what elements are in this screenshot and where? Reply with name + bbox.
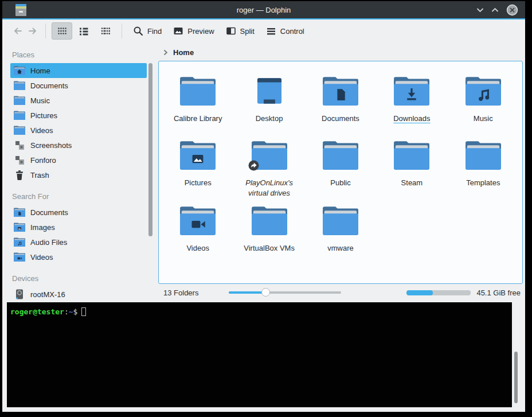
back-button[interactable] xyxy=(10,24,25,38)
folder-item-steam[interactable]: Steam xyxy=(376,132,447,198)
sidebar-item-rootmx-16[interactable]: rootMX-16 xyxy=(10,287,147,302)
folder-icon xyxy=(180,141,216,170)
free-space-label: 45.1 GiB free xyxy=(476,289,521,297)
folder-video-icon xyxy=(13,251,25,263)
terminal[interactable]: roger@tester:~$ xyxy=(7,302,512,407)
sidebar-item-label: Trash xyxy=(30,171,49,180)
sidebar-item-documents[interactable]: Documents xyxy=(10,205,147,220)
close-icon[interactable] xyxy=(506,4,518,16)
free-space-capacity-bar xyxy=(406,290,471,295)
sidebar-item-audio-files[interactable]: Audio Files xyxy=(10,235,147,250)
zoom-slider-handle[interactable] xyxy=(261,288,270,297)
titlebar: roger — Dolphin xyxy=(2,1,525,18)
sidebar-item-label: Fonforo xyxy=(30,156,56,165)
terminal-scrollbar-handle[interactable] xyxy=(514,352,518,403)
folder-icon xyxy=(466,76,501,106)
folder-label: Calibre Library xyxy=(174,114,222,124)
desktop-icon xyxy=(252,76,287,106)
split-button[interactable]: Split xyxy=(221,22,260,40)
split-icon xyxy=(226,26,236,36)
folder-item-calibre-library[interactable]: Calibre Library xyxy=(162,68,233,132)
minimize-icon[interactable] xyxy=(476,7,484,13)
folder-item-desktop[interactable]: Desktop xyxy=(233,68,304,132)
folder-item-documents[interactable]: Documents xyxy=(305,68,376,132)
folder-icon xyxy=(323,206,358,235)
folder-icon xyxy=(252,206,287,235)
sidebar-item-screenshots[interactable]: Screenshots xyxy=(10,138,147,153)
trash-icon xyxy=(13,169,25,181)
folder-item-templates[interactable]: Templates xyxy=(448,132,519,198)
terminal-scrollbar-track[interactable] xyxy=(512,302,521,407)
preview-label: Preview xyxy=(187,27,214,36)
folder-icon xyxy=(13,124,25,136)
window-title: roger — Dolphin xyxy=(2,6,525,14)
hamburger-menu-icon xyxy=(266,26,276,36)
toolbar-separator xyxy=(45,24,46,38)
sidebar-item-fonforo[interactable]: Fonforo xyxy=(10,153,147,167)
window-controls xyxy=(476,1,518,18)
folder-icon xyxy=(394,141,429,170)
folder-item-music[interactable]: Music xyxy=(448,68,519,132)
sidebar-item-label: Home xyxy=(30,67,50,75)
terminal-path: ~ xyxy=(69,307,73,316)
details-view-icon xyxy=(79,26,89,36)
find-button[interactable]: Find xyxy=(128,22,167,40)
sidebar-item-label: Videos xyxy=(30,253,53,262)
terminal-cursor xyxy=(81,307,86,316)
folder-item-downloads[interactable]: Downloads xyxy=(376,68,447,132)
zoom-slider[interactable] xyxy=(229,288,341,297)
preview-button[interactable]: Preview xyxy=(168,22,219,40)
folder-item-playonlinux-s-virtual-drives[interactable]: PlayOnLinux's virtual drives xyxy=(233,132,304,198)
folder-document-icon xyxy=(13,206,25,218)
sidebar-scrollbar[interactable] xyxy=(148,63,152,236)
sidebar-item-music[interactable]: Music xyxy=(10,93,147,108)
folder-label: Downloads xyxy=(393,114,430,124)
sidebar-item-label: Screenshots xyxy=(30,141,72,150)
chevron-right-icon[interactable] xyxy=(163,49,168,56)
details-view-button[interactable] xyxy=(73,22,94,40)
preview-icon xyxy=(173,26,183,36)
sidebar-item-home[interactable]: Home xyxy=(10,63,147,78)
folder-label: Templates xyxy=(466,178,500,188)
compact-view-icon xyxy=(100,26,111,36)
folder-item-pictures[interactable]: Pictures xyxy=(162,132,233,198)
sidebar-item-images[interactable]: Images xyxy=(10,220,147,235)
folder-item-videos[interactable]: Videos xyxy=(162,198,233,262)
terminal-user-host: roger@tester xyxy=(10,307,64,316)
zoom-slider-fill xyxy=(229,291,266,294)
symlink-emblem-icon xyxy=(248,160,259,171)
terminal-separator: : xyxy=(64,307,69,316)
folder-item-public[interactable]: Public xyxy=(305,132,376,198)
section-title-devices: Devices xyxy=(12,274,154,283)
folder-label: VirtualBox VMs xyxy=(244,243,295,254)
forward-button[interactable] xyxy=(25,24,40,38)
compact-view-button[interactable] xyxy=(95,22,116,40)
icons-view-button[interactable] xyxy=(52,22,72,40)
dolphin-window: roger — Dolphin xyxy=(2,1,525,412)
folder-label: vmware xyxy=(327,243,354,254)
folder-view[interactable]: Calibre Library Desktop Documents Downlo… xyxy=(158,61,523,284)
sidebar-item-videos[interactable]: Videos xyxy=(10,123,147,138)
terminal-prompt-symbol: $ xyxy=(73,307,78,316)
folder-item-virtualbox-vms[interactable]: VirtualBox VMs xyxy=(233,198,304,262)
sidebar-item-videos[interactable]: Videos xyxy=(10,250,147,264)
folder-icon xyxy=(252,141,287,170)
folder-item-vmware[interactable]: vmware xyxy=(305,198,376,262)
terminal-panel: roger@tester:~$ xyxy=(2,300,525,412)
folder-icon xyxy=(13,110,25,121)
breadcrumb-location[interactable]: Home xyxy=(173,48,194,57)
folders-count: 13 Folders xyxy=(163,289,229,297)
folder-icon xyxy=(13,95,25,106)
icons-view-icon xyxy=(57,26,67,36)
folder-label: Desktop xyxy=(256,114,283,124)
sidebar-item-documents[interactable]: Documents xyxy=(10,78,147,93)
folder-icon xyxy=(323,141,358,170)
control-button[interactable]: Control xyxy=(261,22,310,40)
folder-music-icon xyxy=(13,236,25,248)
sidebar-item-label: Images xyxy=(30,223,55,232)
statusbar: 13 Folders 45.1 GiB free xyxy=(158,285,523,300)
sidebar-item-trash[interactable]: Trash xyxy=(10,167,147,182)
maximize-icon[interactable] xyxy=(491,7,499,13)
sidebar-item-pictures[interactable]: Pictures xyxy=(10,108,147,123)
shortcut-icon xyxy=(13,154,25,166)
